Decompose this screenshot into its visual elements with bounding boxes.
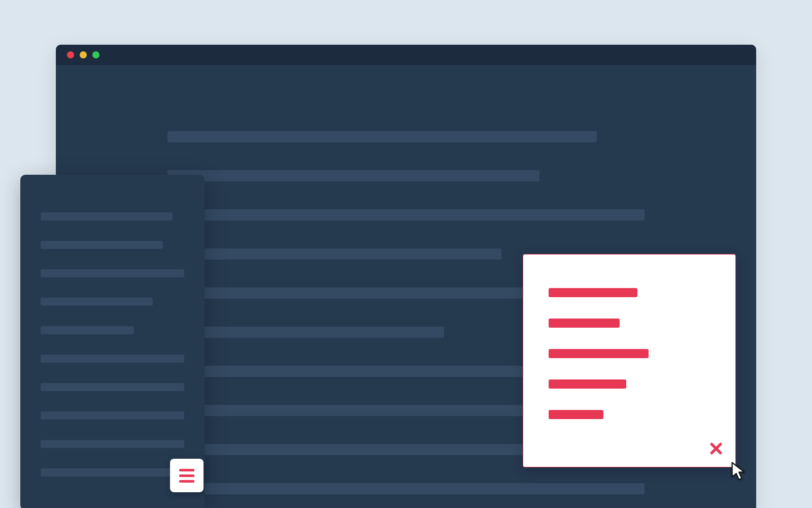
- side-content-line: [41, 355, 184, 363]
- content-line: [167, 327, 444, 338]
- popup-close-button[interactable]: [707, 439, 725, 458]
- popup-item[interactable]: [549, 288, 637, 297]
- content-line: [167, 209, 645, 220]
- popup-item[interactable]: [549, 349, 649, 358]
- hamburger-icon: [179, 469, 194, 483]
- traffic-light-maximize[interactable]: [92, 51, 99, 58]
- side-content-line: [41, 212, 173, 220]
- side-content-line: [41, 468, 184, 477]
- content-line: [167, 170, 539, 181]
- traffic-light-minimize[interactable]: [80, 51, 87, 58]
- side-content-line: [41, 269, 184, 277]
- close-icon: [709, 442, 723, 455]
- content-line: [167, 131, 597, 142]
- popup-item[interactable]: [549, 379, 626, 389]
- side-content-line: [41, 326, 134, 334]
- side-content-line: [41, 298, 153, 306]
- popup-item[interactable]: [549, 410, 603, 419]
- content-line: [167, 248, 501, 260]
- popup-item[interactable]: [549, 319, 620, 328]
- traffic-light-close[interactable]: [67, 51, 74, 58]
- side-content-line: [41, 411, 184, 420]
- popup-menu: [523, 254, 736, 467]
- side-content-line: [41, 383, 184, 391]
- menu-toggle-button[interactable]: [170, 459, 204, 492]
- left-panel: [20, 175, 205, 508]
- side-content-line: [41, 241, 163, 249]
- content-line: [167, 483, 645, 494]
- window-title-bar: [56, 45, 756, 65]
- side-content-line: [41, 440, 184, 448]
